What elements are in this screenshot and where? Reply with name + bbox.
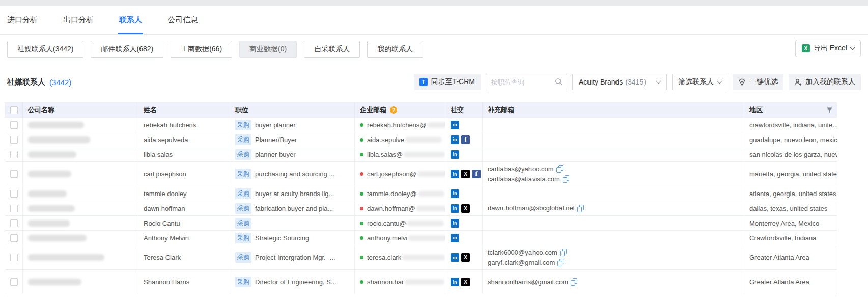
- position-tag: 采购: [235, 120, 251, 130]
- x-icon[interactable]: X: [461, 204, 470, 213]
- contact-name: libia salas: [138, 147, 230, 161]
- row-checkbox-cell: [5, 201, 23, 215]
- email-text: anthony.melvi: [367, 234, 407, 242]
- copy-icon[interactable]: [556, 165, 563, 173]
- position-cell: 采购purchasing and sourcing ...: [230, 162, 355, 186]
- company-redacted: [28, 279, 81, 285]
- row-checkbox[interactable]: [10, 151, 18, 158]
- extra-email: tclark6000@yahoo.com: [488, 247, 567, 258]
- email-redacted: [405, 137, 442, 143]
- table-row: Shannon Harris采购Director of Engineering,…: [5, 270, 837, 294]
- chevron-down-icon: [717, 78, 722, 84]
- add-to-my-contacts-button[interactable]: 加入我的联系人: [789, 74, 861, 90]
- position-search: [486, 74, 567, 90]
- row-checkbox[interactable]: [10, 136, 18, 144]
- linkedin-icon[interactable]: in: [451, 234, 459, 242]
- filter-button-4[interactable]: 自采联系人: [304, 41, 360, 58]
- tab-联系人[interactable]: 联系人: [118, 8, 143, 34]
- filter-button-5[interactable]: 我的联系人: [367, 41, 423, 58]
- company-redacted: [28, 136, 90, 143]
- company-cell: [23, 162, 138, 186]
- region-cell: marietta, georgia, united states: [744, 162, 837, 186]
- row-checkbox[interactable]: [10, 278, 18, 286]
- tab-公司信息[interactable]: 公司信息: [166, 8, 199, 34]
- facebook-icon[interactable]: f: [461, 135, 470, 144]
- company-redacted: [28, 254, 104, 261]
- company-select-value: Acuity Brands: [579, 78, 623, 86]
- chevron-down-icon: [656, 78, 661, 84]
- position-cell: 采购buyer planner: [230, 118, 355, 132]
- excel-icon: X: [802, 44, 810, 52]
- header-position: 职位: [230, 102, 355, 118]
- copy-icon[interactable]: [571, 278, 577, 286]
- social-cell: in: [445, 118, 483, 132]
- linkedin-icon[interactable]: in: [451, 204, 459, 213]
- one-click-select-button[interactable]: 一键优选: [733, 74, 783, 90]
- email-redacted: [428, 122, 445, 128]
- filter-button-2[interactable]: 工商数据(66): [171, 41, 232, 58]
- row-checkbox[interactable]: [10, 205, 18, 212]
- x-icon[interactable]: X: [461, 278, 470, 286]
- row-checkbox[interactable]: [10, 170, 18, 178]
- email-text: tammie.dooley@: [367, 190, 417, 198]
- x-icon[interactable]: X: [461, 170, 470, 178]
- select-all-cell: [5, 102, 23, 118]
- email-status-dot: [360, 222, 363, 225]
- table-row: rebekah hutchens采购buyer plannerrebekah.h…: [5, 118, 837, 132]
- table-row: tammie dooley采购buyer at acuity brands li…: [5, 186, 837, 201]
- email-cell: tammie.dooley@.com: [355, 186, 445, 201]
- position-title: buyer planner: [255, 121, 296, 129]
- extra-email-cell: [483, 186, 744, 201]
- copy-icon[interactable]: [563, 175, 569, 183]
- row-checkbox[interactable]: [10, 190, 18, 198]
- position-tag: 采购: [235, 203, 251, 214]
- company-select[interactable]: Acuity Brands (3415): [572, 74, 667, 90]
- extra-email-cell: shannonlharris@gmail.com: [483, 270, 744, 294]
- select-all-checkbox[interactable]: [10, 106, 18, 114]
- linkedin-icon[interactable]: in: [451, 170, 459, 178]
- linkedin-icon[interactable]: in: [451, 278, 459, 286]
- filter-button-0[interactable]: 社媒联系人(3442): [7, 41, 83, 58]
- linkedin-icon[interactable]: in: [451, 135, 459, 144]
- copy-icon[interactable]: [560, 249, 567, 256]
- linkedin-icon[interactable]: in: [451, 150, 459, 159]
- filter-button-1[interactable]: 邮件联系人(682): [91, 41, 163, 58]
- facebook-icon[interactable]: f: [472, 170, 481, 178]
- export-excel-button[interactable]: X 导出 Excel: [795, 40, 861, 57]
- position-cell: 采购buyer at acuity brands lig...: [230, 186, 355, 201]
- company-redacted: [28, 205, 75, 212]
- sync-tcrm-button[interactable]: T 同步至T-CRM: [414, 74, 481, 90]
- filter-button-3[interactable]: 商业数据(0): [239, 41, 297, 58]
- tab-进口分析[interactable]: 进口分析: [6, 8, 39, 34]
- linkedin-icon[interactable]: in: [451, 253, 459, 262]
- email-redacted: [402, 255, 445, 260]
- table-body: rebekah hutchens采购buyer plannerrebekah.h…: [5, 118, 837, 294]
- linkedin-icon[interactable]: in: [451, 121, 459, 129]
- copy-icon[interactable]: [577, 205, 584, 212]
- row-checkbox[interactable]: [10, 254, 18, 261]
- linkedin-icon[interactable]: in: [451, 219, 459, 228]
- extra-email: carltabas@altavista.com: [488, 174, 569, 184]
- social-cell: in: [445, 216, 483, 230]
- extra-email-cell: tclark6000@yahoo.comgaryf.clark@gmail.co…: [483, 245, 744, 269]
- one-click-select-label: 一键优选: [749, 77, 778, 87]
- position-title: planner buyer: [255, 151, 296, 158]
- email-cell: rocio.cantu@: [355, 216, 445, 230]
- row-checkbox[interactable]: [10, 219, 18, 227]
- company-redacted: [28, 220, 70, 227]
- position-title: Planner/Buyer: [255, 136, 297, 144]
- table-row: carl josephson采购purchasing and sourcing …: [5, 162, 837, 186]
- help-icon[interactable]: ?: [390, 106, 397, 114]
- row-checkbox[interactable]: [10, 121, 18, 129]
- header-social: 社交: [445, 102, 483, 118]
- filter-contacts-button[interactable]: 筛选联系人: [672, 74, 727, 90]
- region-cell: crawfordsville, indiana, unite...: [744, 118, 837, 132]
- row-checkbox[interactable]: [10, 234, 18, 242]
- extra-email-text: carltabas@altavista.com: [488, 174, 560, 184]
- linkedin-icon[interactable]: in: [451, 189, 459, 198]
- tab-出口分析[interactable]: 出口分析: [62, 8, 95, 34]
- copy-icon[interactable]: [557, 259, 564, 266]
- x-icon[interactable]: X: [461, 253, 470, 262]
- filter-funnel-icon[interactable]: [826, 107, 833, 114]
- company-cell: [23, 147, 138, 161]
